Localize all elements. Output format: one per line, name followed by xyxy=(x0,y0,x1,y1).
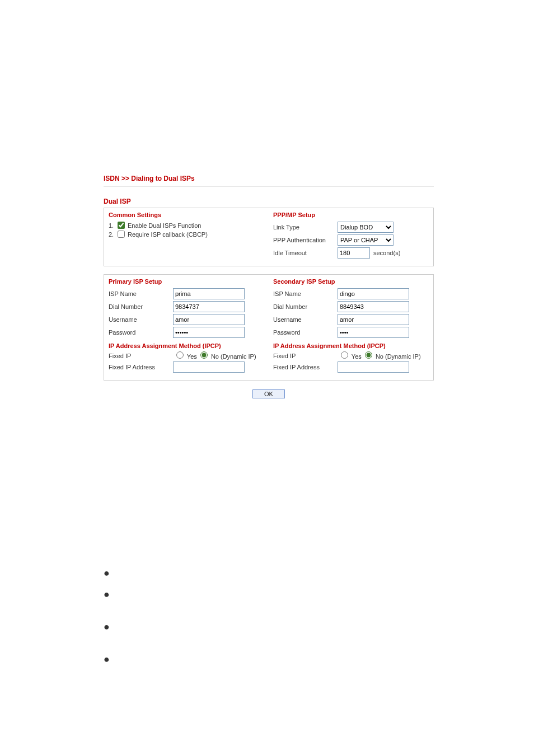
bullet-icon: ● xyxy=(104,622,110,632)
secondary-dial-input[interactable] xyxy=(338,301,409,312)
primary-fixed-ip-label: Fixed IP xyxy=(109,353,173,359)
bullet-icon: ● xyxy=(104,568,110,578)
primary-username-input[interactable] xyxy=(173,314,245,325)
primary-isp-name-label: ISP Name xyxy=(109,290,173,297)
bullet-icon: ● xyxy=(104,654,110,664)
primary-fixed-ip-addr-label: Fixed IP Address xyxy=(109,364,173,370)
primary-dial-label: Dial Number xyxy=(109,303,173,310)
primary-dial-input[interactable] xyxy=(173,301,245,312)
secondary-username-label: Username xyxy=(273,316,338,323)
item2-num: 2. xyxy=(109,231,118,238)
common-settings-header: Common Settings xyxy=(109,212,264,218)
secondary-ipcp-header: IP Address Assignment Method (IPCP) xyxy=(273,342,429,349)
item1-num: 1. xyxy=(109,222,118,229)
ppp-auth-label: PPP Authentication xyxy=(273,237,338,243)
secondary-dial-label: Dial Number xyxy=(273,303,338,310)
primary-isp-header: Primary ISP Setup xyxy=(109,278,264,285)
bullet-icon: ● xyxy=(104,589,110,599)
primary-isp-name-input[interactable] xyxy=(173,288,245,299)
settings-box-bottom: Primary ISP Setup ISP Name Dial Number U… xyxy=(104,274,434,381)
require-callback-label: Require ISP callback (CBCP) xyxy=(128,231,208,238)
settings-box-top: Common Settings 1. Enable Dual ISPs Func… xyxy=(104,208,434,266)
enable-dual-isp-label: Enable Dual ISPs Function xyxy=(128,222,201,229)
primary-fixed-ip-addr-input[interactable] xyxy=(173,361,245,373)
enable-dual-isp-checkbox[interactable] xyxy=(118,222,125,229)
bullet-list: ● ● ● ● xyxy=(104,568,110,675)
secondary-password-input[interactable] xyxy=(338,327,409,338)
link-type-select[interactable]: Dialup BOD xyxy=(338,222,394,233)
require-callback-checkbox[interactable] xyxy=(118,231,125,238)
primary-password-label: Password xyxy=(109,329,173,336)
breadcrumb: ISDN >> Dialing to Dual ISPs xyxy=(104,175,434,182)
secondary-fixed-ip-yes[interactable]: Yes xyxy=(338,351,362,360)
link-type-label: Link Type xyxy=(273,224,338,231)
primary-username-label: Username xyxy=(109,316,173,323)
dual-isp-title: Dual ISP xyxy=(104,198,434,205)
secondary-fixed-ip-label: Fixed IP xyxy=(273,353,338,359)
divider xyxy=(104,186,434,186)
primary-fixed-ip-yes[interactable]: Yes xyxy=(173,351,197,360)
pppmp-header: PPP/MP Setup xyxy=(273,212,429,218)
idle-timeout-label: Idle Timeout xyxy=(273,250,338,256)
ok-button[interactable]: OK xyxy=(252,389,285,398)
ppp-auth-select[interactable]: PAP or CHAP xyxy=(338,234,394,246)
primary-ipcp-header: IP Address Assignment Method (IPCP) xyxy=(109,342,264,349)
idle-timeout-input[interactable] xyxy=(338,247,370,259)
secondary-fixed-ip-addr-input[interactable] xyxy=(338,361,409,373)
primary-password-input[interactable] xyxy=(173,327,245,338)
secondary-isp-name-input[interactable] xyxy=(338,288,409,299)
primary-fixed-ip-no[interactable]: No (Dynamic IP) xyxy=(197,351,256,360)
idle-timeout-unit: second(s) xyxy=(373,250,400,256)
secondary-password-label: Password xyxy=(273,329,338,336)
secondary-fixed-ip-no[interactable]: No (Dynamic IP) xyxy=(362,351,421,360)
secondary-isp-header: Secondary ISP Setup xyxy=(273,278,429,285)
secondary-username-input[interactable] xyxy=(338,314,409,325)
secondary-isp-name-label: ISP Name xyxy=(273,290,338,297)
secondary-fixed-ip-addr-label: Fixed IP Address xyxy=(273,364,338,370)
